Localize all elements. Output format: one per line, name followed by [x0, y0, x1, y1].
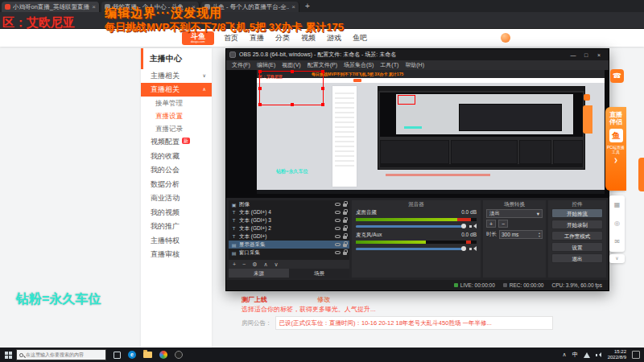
menu-tools[interactable]: 工具(T) — [377, 61, 402, 69]
sidebar-item-order-manage[interactable]: 接单管理 — [141, 97, 212, 109]
tab-close-icon[interactable]: × — [291, 3, 295, 10]
source-row[interactable]: ▤ 窗口采集 — [229, 249, 349, 257]
qr-icon[interactable]: ▦ — [614, 202, 621, 208]
close-icon[interactable]: × — [592, 52, 605, 58]
eye-icon[interactable] — [335, 211, 341, 214]
eye-icon[interactable] — [335, 203, 341, 206]
volume-icon[interactable] — [596, 352, 602, 358]
move-up-icon[interactable]: ∧ — [263, 261, 267, 268]
nav-yuba[interactable]: 鱼吧 — [353, 33, 367, 43]
chrome-browser-icon[interactable] — [159, 351, 167, 359]
message-icon[interactable]: ✉ — [614, 239, 620, 245]
menu-scene-collection[interactable]: 场景集合(S) — [341, 61, 377, 69]
sidebar-item-review[interactable]: 直播审核 — [141, 248, 212, 262]
source-row[interactable]: T 文本 (GDI+) — [229, 232, 349, 241]
sidebar-item-live-settings[interactable]: 直播设置 — [141, 109, 212, 122]
source-row[interactable]: ▣ 图像 — [229, 200, 349, 208]
move-down-icon[interactable]: ∨ — [275, 261, 279, 268]
maximize-icon[interactable]: □ — [580, 52, 592, 58]
lock-icon[interactable] — [343, 252, 347, 255]
eye-icon[interactable] — [335, 227, 341, 230]
source-row[interactable]: T 文本 (GDI+) 2 — [229, 224, 349, 232]
live-companion-banner[interactable]: 直播伴侣 鱼 PC端直播工具 ❯ — [605, 107, 626, 191]
sidebar-item-video-config[interactable]: 视频配置新 — [141, 135, 212, 150]
selection-handle[interactable] — [258, 87, 262, 90]
menu-view[interactable]: 视图(V) — [279, 61, 303, 69]
sidebar-item-live-records[interactable]: 直播记录 — [141, 122, 212, 135]
lock-icon[interactable] — [343, 220, 347, 223]
tab-sources[interactable]: 来源 — [229, 269, 289, 278]
add-transition-button[interactable]: + — [486, 220, 496, 228]
sidebar-item-analytics[interactable]: 数据分析 — [141, 178, 212, 192]
eye-icon[interactable] — [335, 219, 341, 222]
start-streaming-button[interactable]: 开始推流 — [551, 208, 603, 218]
sidebar-item-privileges[interactable]: 主播特权 — [141, 234, 212, 249]
clock[interactable]: 15:22 2022/8/9 — [608, 349, 626, 361]
obs-app-taskbar-icon[interactable] — [175, 351, 183, 359]
source-row[interactable]: T 文本 (GDI+) 3 — [229, 216, 349, 224]
selection-handle[interactable] — [321, 103, 324, 106]
eye-icon[interactable] — [335, 235, 341, 238]
add-source-icon[interactable]: + — [233, 261, 236, 267]
tray-expand-icon[interactable]: ∧ — [563, 352, 567, 358]
taskbar-search[interactable] — [16, 349, 106, 360]
duration-spinbox[interactable]: 300 ms ▴▾ — [499, 230, 543, 239]
selection-handle[interactable] — [321, 87, 324, 90]
spin-down-icon[interactable]: ▾ — [539, 235, 540, 238]
sidebar-item-favorites[interactable]: 我的收藏 — [141, 150, 212, 164]
ime-indicator[interactable]: 中 — [572, 351, 578, 359]
obs-title-bar[interactable]: OBS 25.0.8 (64-bit, windows) - 配置文件: 未命名… — [226, 49, 609, 60]
start-button[interactable] — [0, 348, 16, 362]
sidebar-item-guild[interactable]: 我的公会 — [141, 163, 212, 178]
selection-handle[interactable] — [291, 70, 294, 73]
settings-button[interactable]: 设置 — [551, 242, 603, 252]
start-recording-button[interactable]: 开始录制 — [551, 220, 603, 229]
selection-handle[interactable] — [291, 103, 294, 106]
eye-icon[interactable] — [335, 243, 341, 246]
source-properties-icon[interactable]: ⚙ — [252, 261, 257, 268]
menu-profile[interactable]: 配置文件(P) — [304, 61, 341, 69]
speaker-icon[interactable] — [469, 245, 477, 252]
sidebar-group-live[interactable]: 直播相关 ∧ — [141, 83, 212, 97]
remove-transition-button[interactable]: − — [498, 220, 508, 228]
source-row[interactable]: T 文本 (GDI+) 4 — [229, 208, 349, 216]
lock-icon[interactable] — [343, 212, 347, 215]
customer-service-button[interactable]: ☎ — [610, 69, 624, 83]
exit-button[interactable]: 退出 — [551, 253, 603, 263]
notification-center-icon[interactable] — [632, 351, 640, 359]
lock-icon[interactable] — [343, 244, 347, 247]
task-view-icon[interactable] — [114, 352, 121, 359]
sidebar-item-my-videos[interactable]: 我的视频 — [141, 206, 212, 220]
selection-handle[interactable] — [258, 70, 262, 73]
selection-handle[interactable] — [321, 70, 324, 73]
lock-icon[interactable] — [343, 204, 347, 207]
tab-close-icon[interactable]: × — [92, 3, 96, 10]
record-icon[interactable]: ◎ — [614, 220, 620, 227]
eye-icon[interactable] — [335, 251, 341, 254]
menu-help[interactable]: 帮助(H) — [402, 61, 427, 69]
volume-slider[interactable] — [356, 225, 466, 228]
slider-handle[interactable] — [461, 246, 466, 251]
side-toolbar-more-button[interactable]: ∨ — [609, 254, 625, 263]
source-selection-box[interactable] — [259, 71, 324, 105]
volume-slider[interactable] — [356, 248, 466, 250]
menu-file[interactable]: 文件(F) — [229, 61, 254, 69]
obs-preview-canvas[interactable]: 每日挑战MVP不到不下7/8飞机,5把 3X办卡 累计175 区：艾欧尼亚 — [226, 70, 609, 198]
remove-source-icon[interactable]: − — [242, 261, 246, 267]
browser-tab-1[interactable]: 小鸡哥on直播_英雄联盟直播... × — [2, 2, 100, 12]
studio-mode-button[interactable]: 工作室模式 — [551, 231, 603, 241]
speaker-icon[interactable] — [469, 223, 477, 229]
new-tab-button[interactable]: + — [305, 2, 310, 10]
edge-browser-icon[interactable]: e — [128, 351, 136, 359]
transition-select[interactable]: 淡出 ▾ — [486, 209, 543, 218]
search-input[interactable] — [26, 352, 103, 357]
file-explorer-icon[interactable] — [143, 352, 152, 358]
sidebar-item-business[interactable]: 商业活动 — [141, 191, 212, 206]
lock-icon[interactable] — [343, 228, 347, 231]
lock-icon[interactable] — [343, 236, 347, 239]
slider-handle[interactable] — [461, 224, 466, 228]
feedback-edge-tab[interactable] — [638, 158, 644, 191]
tab-scenes[interactable]: 场景 — [289, 269, 349, 278]
sidebar-group-anchor[interactable]: 主播相关 ∨ — [141, 69, 212, 83]
user-avatar[interactable] — [501, 33, 510, 43]
